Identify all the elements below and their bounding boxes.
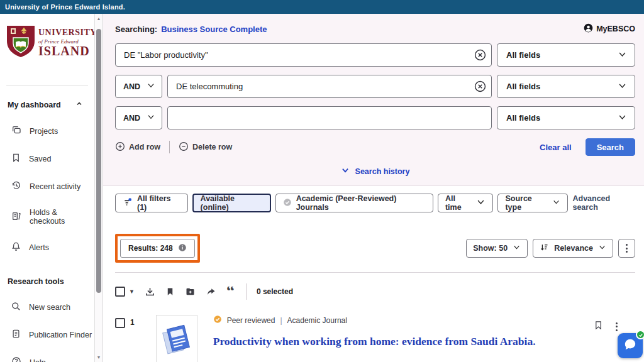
select-menu-caret-icon[interactable]: ▼	[129, 288, 135, 295]
search-button[interactable]: Search	[586, 138, 635, 156]
chevron-down-icon	[618, 50, 627, 61]
cite-icon[interactable]: “	[226, 287, 235, 297]
sidebar-item-projects[interactable]: Projects	[6, 125, 94, 137]
clear-circle-x-icon	[474, 53, 486, 63]
field-select-3[interactable]: All fields	[497, 106, 635, 129]
kebab-icon[interactable]	[616, 322, 618, 331]
results-area: All filters (1) Available (online) Acade…	[103, 186, 644, 362]
selected-count: 0 selected	[257, 287, 293, 296]
field-select-1[interactable]: All fields	[497, 43, 635, 67]
scrollbar-thumb[interactable]	[96, 29, 101, 293]
delete-row-button[interactable]: Delete row	[179, 141, 232, 153]
select-all-checkbox[interactable]	[115, 287, 125, 297]
document-icon	[11, 329, 21, 341]
show-per-page-select[interactable]: Show: 50	[466, 239, 528, 258]
clear-circle-x-icon	[474, 85, 486, 94]
result-title-link[interactable]: Productivity when working from home: evi…	[213, 335, 635, 348]
search-term-input-3[interactable]	[167, 106, 492, 129]
bookmark-icon[interactable]	[165, 287, 175, 297]
badge-divider: |	[280, 316, 282, 325]
toolbar-divider	[246, 283, 247, 300]
clear-term-1-button[interactable]	[474, 49, 486, 61]
info-icon[interactable]	[178, 243, 187, 254]
results-divider	[115, 272, 635, 273]
clear-term-2-button[interactable]	[474, 80, 486, 92]
upei-crest-icon	[6, 25, 35, 64]
search-row-1: All fields	[115, 43, 635, 67]
more-options-button[interactable]	[618, 239, 635, 258]
filter-bar: All filters (1) Available (online) Acade…	[115, 194, 635, 212]
chevron-down-icon	[147, 112, 155, 123]
result-actions	[594, 320, 618, 333]
sidebar: UNIVERSITY of Prince Edward ISLAND My da…	[0, 14, 94, 362]
operator-select-3[interactable]: AND	[115, 106, 162, 129]
ebsco-app: University of Prince Edward Island.	[0, 0, 644, 362]
chevron-down-icon	[618, 112, 627, 124]
search-term-input-2[interactable]	[167, 75, 492, 98]
kebab-icon	[626, 244, 628, 253]
chat-online-badge	[636, 330, 644, 339]
peer-reviewed-badge-icon	[213, 315, 222, 326]
sidebar-research-tools-header: Research tools	[6, 277, 94, 286]
upei-logo-text: UNIVERSITY of Prince Edward ISLAND	[38, 28, 97, 57]
searching-line: Searching:Business Source Complete	[115, 25, 267, 34]
sidebar-item-alerts[interactable]: Alerts	[6, 241, 94, 253]
filter-all-time[interactable]: All time	[438, 194, 494, 212]
result-number: 1	[130, 318, 135, 327]
sidebar-item-help[interactable]: Help	[6, 356, 94, 362]
sidebar-item-saved[interactable]: Saved	[6, 153, 94, 165]
source-type-label: Academic Journal	[287, 316, 347, 325]
chevron-down-icon	[598, 243, 606, 253]
sidebar-dashboard-header[interactable]: My dashboard	[6, 86, 94, 109]
history-icon	[11, 180, 21, 192]
action-divider	[169, 141, 170, 153]
sidebar-item-new-search[interactable]: New search	[6, 302, 94, 313]
chevron-down-icon	[513, 243, 521, 253]
result-checkbox[interactable]	[115, 318, 125, 328]
bookmark-icon[interactable]	[594, 320, 603, 333]
chevron-up-icon	[75, 100, 83, 109]
add-row-button[interactable]: Add row	[115, 141, 160, 153]
clear-all-link[interactable]: Clear all	[540, 143, 572, 152]
chevron-down-icon	[476, 197, 486, 209]
sort-select[interactable]: Relevance	[533, 239, 613, 258]
search-term-input-1[interactable]	[115, 43, 492, 67]
sidebar-item-holds-checkouts[interactable]: Holds & checkouts	[6, 208, 94, 226]
result-thumbnail[interactable]	[156, 315, 197, 362]
search-history-toggle[interactable]: Search history	[115, 166, 635, 177]
all-filters-button[interactable]: All filters (1)	[115, 194, 188, 212]
download-icon[interactable]	[145, 287, 155, 297]
chevron-down-icon	[147, 81, 155, 92]
scrollbar-down-arrow[interactable]: ▼	[95, 355, 103, 359]
page-scrollbar[interactable]: ▲ ▼	[94, 14, 103, 362]
bookmark-icon	[11, 153, 21, 165]
add-to-folder-icon[interactable]	[185, 287, 196, 297]
bell-icon	[11, 241, 21, 253]
chevron-down-icon	[618, 81, 627, 92]
sort-icon	[540, 243, 549, 254]
library-card-icon	[11, 211, 21, 223]
filter-academic-journals[interactable]: Academic (Peer-Reviewed) Journals	[275, 194, 433, 212]
database-link[interactable]: Business Source Complete	[161, 25, 267, 34]
share-icon[interactable]	[206, 287, 216, 297]
myebsco-button[interactable]: MyEBSCO	[584, 23, 635, 35]
chat-widget-button[interactable]	[618, 333, 643, 358]
advanced-search-link[interactable]: Advanced search	[572, 194, 635, 212]
plus-circle-icon	[115, 141, 125, 153]
institution-title: University of Prince Edward Island.	[5, 3, 125, 11]
check-circle-icon	[283, 198, 292, 209]
filter-available-online[interactable]: Available (online)	[192, 194, 271, 212]
sidebar-item-publication-finder[interactable]: Publication Finder	[6, 329, 94, 341]
filter-source-type[interactable]: Source type	[497, 194, 568, 212]
results-count: Results: 248	[120, 239, 195, 258]
help-icon	[11, 356, 21, 362]
operator-select-2[interactable]: AND	[115, 75, 162, 98]
search-panel: Searching:Business Source Complete MyEBS…	[103, 14, 644, 186]
scrollbar-up-arrow[interactable]: ▲	[95, 16, 103, 21]
chevron-down-icon	[341, 166, 350, 177]
chat-bubble-icon	[623, 337, 637, 354]
field-select-2[interactable]: All fields	[497, 75, 635, 98]
minus-circle-icon	[179, 141, 189, 153]
bulk-actions-toolbar: ▼ “ 0 selected	[115, 283, 635, 300]
sidebar-item-recent-activity[interactable]: Recent activity	[6, 180, 94, 192]
